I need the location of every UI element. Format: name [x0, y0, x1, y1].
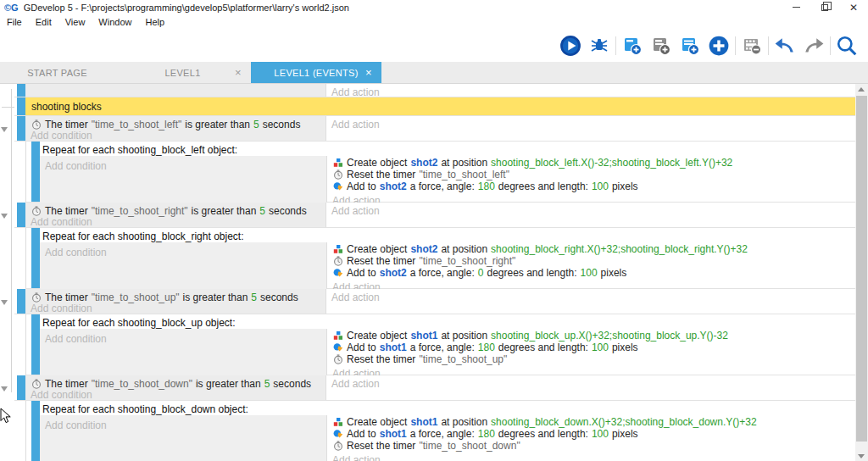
text-segment: at position: [441, 416, 487, 428]
action[interactable]: Create object shot2 at position shooting…: [332, 243, 855, 255]
scroll-down-icon[interactable]: [858, 454, 865, 458]
add-condition-button[interactable]: Add condition: [31, 303, 326, 314]
search-button[interactable]: [832, 34, 861, 58]
tab-close-button[interactable]: ×: [235, 67, 242, 78]
actions-column: Create object shot1 at position shooting…: [326, 329, 855, 380]
action[interactable]: Create object shot1 at position shooting…: [332, 416, 855, 428]
tab-start-page[interactable]: START PAGE: [0, 62, 114, 83]
window-title: GDevelop 5 - F:\projects\programming\gde…: [24, 3, 782, 13]
add-condition-button[interactable]: Add condition: [45, 333, 107, 345]
redo-button[interactable]: [799, 34, 828, 58]
event-row[interactable]: The timer "time_to_shoot_up" is greater …: [14, 289, 855, 314]
add-action-button[interactable]: Add action: [332, 454, 381, 461]
remove-event-button[interactable]: [737, 34, 766, 58]
add-action-button[interactable]: Add action: [331, 289, 855, 303]
menu-view[interactable]: View: [58, 15, 92, 29]
add-comment-button[interactable]: [676, 34, 704, 58]
text-segment: 5: [251, 292, 257, 303]
collapse-toggle-icon[interactable]: [1, 214, 8, 219]
event-row[interactable]: The timer "time_to_shoot_down" is greate…: [14, 375, 855, 401]
add-action-button[interactable]: Add action: [331, 84, 855, 98]
tab-level1[interactable]: LEVEL1 ×: [114, 62, 251, 83]
event-row[interactable]: The timer "time_to_shoot_right" is great…: [14, 203, 855, 228]
tab-label: LEVEL1 (EVENTS): [274, 68, 358, 78]
add-new-button[interactable]: [704, 34, 733, 58]
condition[interactable]: The timer "time_to_shoot_down" is greate…: [31, 375, 326, 390]
repeat-event-header[interactable]: Repeat for each shooting_block_right obj…: [40, 228, 855, 242]
text-segment: 100: [592, 181, 609, 192]
add-condition-button[interactable]: Add condition: [31, 131, 326, 141]
menu-edit[interactable]: Edit: [29, 15, 58, 29]
text-segment: "time_to_shoot_right": [419, 255, 515, 267]
undo-button[interactable]: [771, 34, 799, 58]
tab-close-button[interactable]: ×: [365, 67, 372, 78]
text-segment: is greater than: [192, 205, 257, 217]
sub-event-body: Add conditionCreate object shot1 at posi…: [40, 329, 855, 380]
tab-level1-events[interactable]: LEVEL1 (EVENTS) ×: [251, 62, 381, 83]
sub-event-content: Repeat for each shooting_block_right obj…: [40, 228, 855, 288]
action[interactable]: Add to shot1 a force, angle: 180 degrees…: [332, 342, 855, 353]
action[interactable]: Reset the timer "time_to_shoot_right": [332, 255, 855, 267]
collapse-toggle-icon[interactable]: [1, 386, 8, 392]
restore-button[interactable]: [810, 0, 839, 14]
comment-text: shooting blocks: [25, 97, 855, 115]
repeat-event-header[interactable]: Repeat for each shooting_block_left obje…: [40, 142, 855, 156]
add-condition-button[interactable]: Add condition: [31, 390, 326, 400]
add-action-button[interactable]: Add action: [331, 375, 855, 390]
action[interactable]: Reset the timer "time_to_shoot_down": [332, 440, 855, 452]
event-row[interactable]: The timer "time_to_shoot_left" is greate…: [14, 116, 855, 142]
force-icon: [332, 342, 343, 353]
text-segment: The timer: [45, 292, 88, 303]
text-segment: Create object: [347, 416, 407, 428]
conditions-column: The timer "time_to_shoot_left" is greate…: [25, 116, 326, 141]
text-segment: degrees and length:: [487, 267, 576, 279]
sub-event-row[interactable]: Repeat for each shooting_block_right obj…: [25, 228, 855, 289]
text-segment: shooting_block_up.X()+32;shooting_block_…: [491, 330, 728, 342]
menu-file[interactable]: File: [0, 15, 29, 29]
sub-event-row[interactable]: Repeat for each shooting_block_up object…: [25, 314, 855, 375]
text-segment: shot2: [380, 267, 407, 279]
collapse-toggle-icon[interactable]: [1, 300, 8, 305]
scrollbar-thumb[interactable]: [856, 96, 867, 442]
action[interactable]: Add to shot2 a force, angle: 0 degrees a…: [332, 267, 855, 279]
conditions-column: [25, 84, 326, 97]
add-action-button[interactable]: Add action: [331, 116, 855, 131]
menu-window[interactable]: Window: [92, 15, 138, 29]
text-segment: pixels: [612, 342, 638, 353]
vertical-scrollbar[interactable]: [855, 84, 868, 461]
sub-event-row[interactable]: Repeat for each shooting_block_left obje…: [25, 142, 855, 203]
play-button[interactable]: [556, 34, 585, 58]
menu-help[interactable]: Help: [138, 15, 171, 29]
action[interactable]: Create object shot2 at position shooting…: [332, 157, 855, 169]
action[interactable]: Reset the timer "time_to_shoot_up": [332, 353, 855, 365]
text-segment: 180: [478, 342, 495, 353]
minimize-button[interactable]: [782, 0, 810, 14]
condition[interactable]: The timer "time_to_shoot_up" is greater …: [31, 289, 326, 303]
condition[interactable]: The timer "time_to_shoot_right" is great…: [31, 203, 326, 217]
add-condition-button[interactable]: Add condition: [31, 217, 326, 227]
add-condition-button[interactable]: Add condition: [45, 247, 107, 258]
text-segment: "time_to_shoot_down": [419, 440, 520, 452]
close-button[interactable]: ✕: [839, 0, 868, 14]
collapse-toggle-icon[interactable]: [1, 127, 8, 132]
add-condition-button[interactable]: Add condition: [45, 419, 107, 431]
comment-event[interactable]: shooting blocks: [14, 97, 855, 116]
action[interactable]: Reset the timer "time_to_shoot_left": [332, 169, 855, 181]
scroll-up-icon[interactable]: [858, 87, 865, 92]
repeat-event-header[interactable]: Repeat for each shooting_block_up object…: [40, 314, 855, 329]
condition[interactable]: The timer "time_to_shoot_left" is greate…: [31, 116, 326, 131]
repeat-event-header[interactable]: Repeat for each shooting_block_down obje…: [40, 401, 855, 415]
add-event-button[interactable]: [618, 34, 647, 58]
toolbar-separator: [735, 36, 736, 55]
text-segment: at position: [441, 243, 487, 255]
add-subevent-button[interactable]: [647, 34, 676, 58]
add-condition-button[interactable]: Add condition: [45, 160, 107, 172]
action[interactable]: Add to shot2 a force, angle: 180 degrees…: [332, 181, 855, 192]
sub-event-row[interactable]: Repeat for each shooting_block_down obje…: [25, 401, 855, 461]
text-segment: a force, angle:: [410, 428, 475, 440]
action[interactable]: Add to shot1 a force, angle: 180 degrees…: [332, 428, 855, 440]
add-action-button[interactable]: Add action: [331, 203, 855, 217]
action[interactable]: Create object shot1 at position shooting…: [332, 330, 855, 342]
debug-button[interactable]: [585, 34, 614, 58]
event-highlight-bar: [17, 203, 25, 227]
